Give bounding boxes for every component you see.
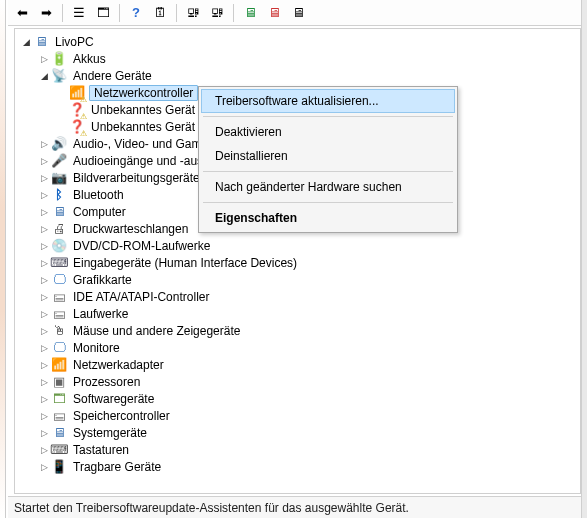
tree-item-label: Grafikkarte: [71, 273, 134, 287]
scan-button[interactable]: 🖳: [183, 3, 203, 23]
enable-button[interactable]: 🖥: [288, 3, 308, 23]
tree-item-keyboards[interactable]: ▷⌨Tastaturen: [37, 441, 580, 458]
tree-item-portable-devices[interactable]: ▷📱Tragbare Geräte: [37, 458, 580, 475]
back-icon: ⬅: [17, 6, 28, 19]
tree-item-label: DVD/CD-ROM-Laufwerke: [71, 239, 212, 253]
tree-item-monitors[interactable]: ▷🖵Monitore: [37, 339, 580, 356]
expander-closed-icon[interactable]: ▷: [37, 205, 51, 219]
menu-disable[interactable]: Deaktivieren: [201, 120, 455, 144]
tree-item-label: Tastaturen: [71, 443, 131, 457]
expander-closed-icon[interactable]: ▷: [37, 273, 51, 287]
expander-closed-icon[interactable]: ▷: [37, 154, 51, 168]
expander-closed-icon[interactable]: ▷: [37, 290, 51, 304]
update-icon: 🖳: [211, 6, 224, 19]
expander-closed-icon[interactable]: ▷: [37, 375, 51, 389]
expander-closed-icon[interactable]: ▷: [37, 307, 51, 321]
menu-update-driver[interactable]: Treibersoftware aktualisieren...: [201, 89, 455, 113]
enable-icon: 🖥: [292, 6, 305, 19]
expander-closed-icon[interactable]: ▷: [37, 222, 51, 236]
forward-button[interactable]: ➡: [36, 3, 56, 23]
tree-item-dvd[interactable]: ▷💿DVD/CD-ROM-Laufwerke: [37, 237, 580, 254]
tree-root-label: LivoPC: [53, 35, 96, 49]
update-driver-button[interactable]: 🖳: [207, 3, 227, 23]
tree-item-ide[interactable]: ▷🖴IDE ATA/ATAPI-Controller: [37, 288, 580, 305]
expander-closed-icon[interactable]: ▷: [37, 426, 51, 440]
tree-item-label: Laufwerke: [71, 307, 130, 321]
status-text: Startet den Treibersoftwareupdate-Assist…: [14, 501, 409, 515]
tree-item-label: Systemgeräte: [71, 426, 149, 440]
other-devices-icon: 📡: [51, 68, 67, 84]
expander-closed-icon[interactable]: ▷: [37, 52, 51, 66]
expander-closed-icon[interactable]: ▷: [37, 460, 51, 474]
menu-item-label: Treibersoftware aktualisieren...: [215, 94, 379, 108]
tree-item-graphics[interactable]: ▷🖵Grafikkarte: [37, 271, 580, 288]
tree-item-label: Monitore: [71, 341, 122, 355]
tree-item-processors[interactable]: ▷▣Prozessoren: [37, 373, 580, 390]
disable-button[interactable]: 🖥: [264, 3, 284, 23]
menu-item-label: Eigenschaften: [215, 211, 297, 225]
ide-controller-icon: 🖴: [51, 289, 67, 305]
cpu-icon: ▣: [51, 374, 67, 390]
tree-item-label: Computer: [71, 205, 128, 219]
disc-icon: 💿: [51, 238, 67, 254]
menu-item-label: Deaktivieren: [215, 125, 282, 139]
view-button[interactable]: 🗔: [93, 3, 113, 23]
expander-closed-icon[interactable]: ▷: [37, 324, 51, 338]
tree-item-network-adapters[interactable]: ▷📶Netzwerkadapter: [37, 356, 580, 373]
tree-item-hid[interactable]: ▷⌨Eingabegeräte (Human Interface Devices…: [37, 254, 580, 271]
computer-icon: 🖥: [33, 34, 49, 50]
expander-closed-icon[interactable]: ▷: [37, 358, 51, 372]
expander-closed-icon[interactable]: ▷: [37, 137, 51, 151]
tree-item-label: Bluetooth: [71, 188, 126, 202]
tree-item-label: Bildverarbeitungsgeräte: [71, 171, 202, 185]
menu-separator: [203, 116, 453, 117]
tree-item-label: Druckwarteschlangen: [71, 222, 190, 236]
menu-scan-hardware[interactable]: Nach geänderter Hardware suchen: [201, 175, 455, 199]
help-button[interactable]: ?: [126, 3, 146, 23]
expander-open-icon[interactable]: ◢: [19, 35, 33, 49]
menu-item-label: Deinstallieren: [215, 149, 288, 163]
expander-closed-icon[interactable]: ▷: [37, 171, 51, 185]
expander-closed-icon[interactable]: ▷: [37, 188, 51, 202]
software-icon: 🗔: [51, 391, 67, 407]
computer-icon: 🖥: [51, 204, 67, 220]
tree-item-mice[interactable]: ▷🖱Mäuse und andere Zeigegeräte: [37, 322, 580, 339]
battery-icon: 🔋: [51, 51, 67, 67]
toolbar: ⬅ ➡ ☰ 🗔 ? 🗓 🖳 🖳 🖥 🖥 🖥: [8, 0, 581, 26]
menu-properties[interactable]: Eigenschaften: [201, 206, 455, 230]
mouse-icon: 🖱: [51, 323, 67, 339]
drive-icon: 🖴: [51, 306, 67, 322]
expander-closed-icon[interactable]: ▷: [37, 409, 51, 423]
expander-closed-icon[interactable]: ▷: [37, 341, 51, 355]
menu-uninstall[interactable]: Deinstallieren: [201, 144, 455, 168]
left-window-edge: [0, 0, 6, 518]
tree-item-storage-controllers[interactable]: ▷🖴Speichercontroller: [37, 407, 580, 424]
expander-closed-icon[interactable]: ▷: [37, 239, 51, 253]
back-button[interactable]: ⬅: [12, 3, 32, 23]
expander-open-icon[interactable]: ◢: [37, 69, 51, 83]
properties-button[interactable]: 🗓: [150, 3, 170, 23]
tree-item-drives[interactable]: ▷🖴Laufwerke: [37, 305, 580, 322]
menu-item-label: Nach geänderter Hardware suchen: [215, 180, 402, 194]
storage-controller-icon: 🖴: [51, 408, 67, 424]
system-icon: 🖥: [51, 425, 67, 441]
right-window-edge: [581, 0, 587, 518]
portable-device-icon: 📱: [51, 459, 67, 475]
window-icon: 🗔: [97, 6, 110, 19]
sound-icon: 🔊: [51, 136, 67, 152]
forward-icon: ➡: [41, 6, 52, 19]
show-hidden-button[interactable]: ☰: [69, 3, 89, 23]
tree-item-software-devices[interactable]: ▷🗔Softwaregeräte: [37, 390, 580, 407]
tree-item-label: Unbekanntes Gerät: [89, 120, 197, 134]
scan-icon: 🖳: [187, 6, 200, 19]
tree-item-system-devices[interactable]: ▷🖥Systemgeräte: [37, 424, 580, 441]
camera-icon: 📷: [51, 170, 67, 186]
expander-closed-icon[interactable]: ▷: [37, 392, 51, 406]
tree-item-akkus[interactable]: ▷ 🔋 Akkus: [37, 50, 580, 67]
uninstall-button[interactable]: 🖥: [240, 3, 260, 23]
tree-item-label: Mäuse und andere Zeigegeräte: [71, 324, 242, 338]
network-controller-warning-icon: 📶: [69, 85, 85, 101]
tree-item-label: Akkus: [71, 52, 108, 66]
tree-item-label: Netzwerkcontroller: [89, 85, 198, 101]
unknown-device-warning-icon: ❓: [69, 102, 85, 118]
